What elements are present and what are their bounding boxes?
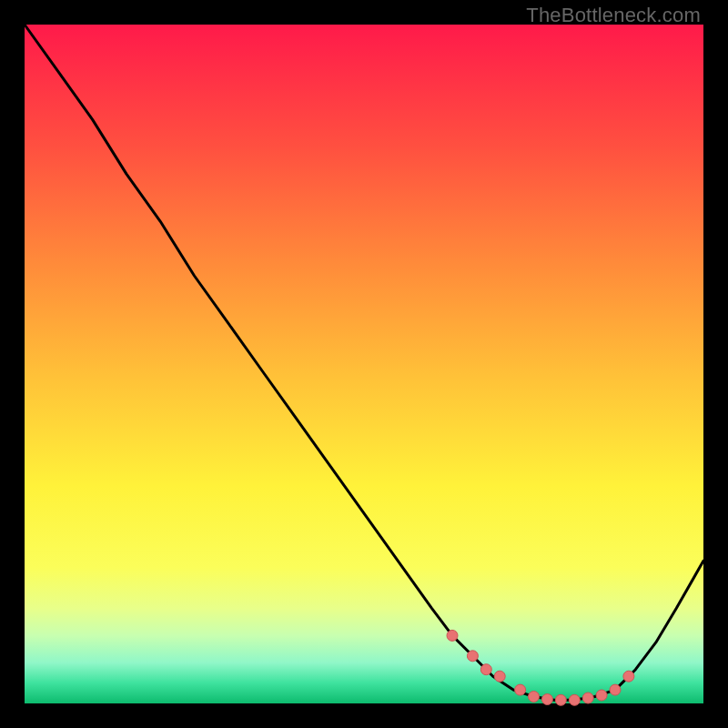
curve-marker bbox=[467, 651, 478, 662]
curve-marker bbox=[610, 684, 621, 695]
chart-svg bbox=[25, 25, 703, 703]
curve-marker bbox=[582, 693, 593, 703]
curve-marker bbox=[494, 671, 505, 682]
curve-marker bbox=[480, 664, 491, 675]
curve-marker bbox=[623, 671, 634, 682]
curve-marker bbox=[555, 694, 566, 705]
bottleneck-curve bbox=[25, 25, 703, 700]
curve-markers bbox=[447, 630, 634, 705]
curve-marker bbox=[447, 630, 458, 641]
curve-marker bbox=[529, 692, 540, 703]
curve-marker bbox=[596, 690, 607, 701]
curve-marker bbox=[569, 694, 580, 705]
curve-marker bbox=[541, 694, 552, 705]
curve-marker bbox=[515, 684, 526, 695]
